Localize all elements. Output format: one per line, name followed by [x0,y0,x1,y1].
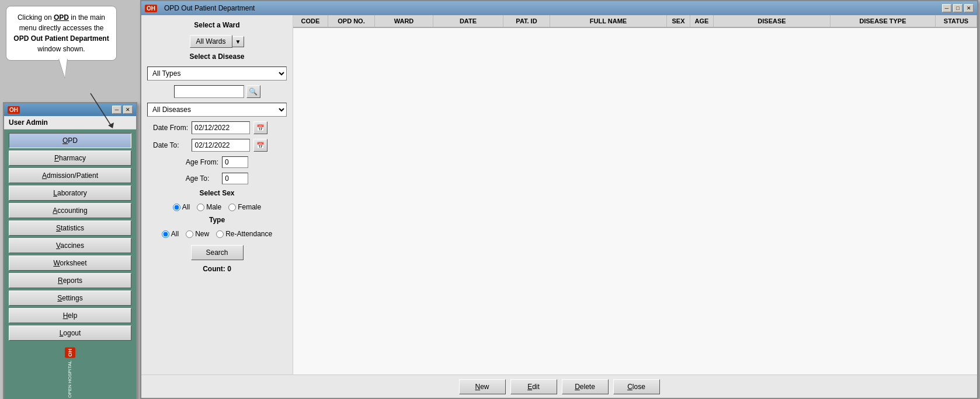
age-to-label: Age To: [186,174,209,183]
opd-oh-logo: OH [145,5,157,12]
all-diseases-select[interactable]: All Diseases [147,103,287,117]
search-button[interactable]: Search [191,245,244,260]
col-sex: SEX [667,15,690,27]
svg-marker-1 [108,123,114,128]
ward-dropdown-btn[interactable]: All Wards [190,35,232,48]
sex-all-radio[interactable] [173,204,180,211]
menu-buttons-container: OPD Pharmacy Admission/Patient Laborator… [4,130,136,344]
menu-btn-help[interactable]: Help [9,308,131,323]
date-to-input[interactable] [192,139,250,152]
delete-button[interactable]: Delete [562,379,609,394]
select-sex-label: Select Sex [147,189,287,197]
date-to-row: Date To: 📅 [147,139,287,152]
menu-btn-worksheet[interactable]: Worksheet [9,256,131,271]
disease-search-input[interactable] [174,85,244,98]
col-ward: WARD [375,15,433,27]
type-new-option[interactable]: New [186,230,209,238]
table-body [293,28,977,374]
svg-line-0 [91,93,111,125]
type-reattendance-radio[interactable] [216,230,224,238]
select-disease-label: Select a Disease [147,52,287,61]
disease-search-icon-btn[interactable]: 🔍 [246,85,260,98]
new-button[interactable]: New [459,379,506,394]
menu-btn-logout[interactable]: Logout [9,326,131,341]
opd-minimize-btn[interactable]: ─ [942,4,951,12]
type-all-option[interactable]: All [162,230,179,238]
type-label: Type [147,216,287,224]
table-header: CODE OPD NO. WARD DATE PAT. ID FULL NAME… [293,15,977,28]
sex-radio-group: All Male Female [147,203,287,211]
data-panel: CODE OPD NO. WARD DATE PAT. ID FULL NAME… [293,15,977,374]
close-button[interactable]: Close [613,379,660,394]
opd-body: Select a Ward All Wards ▼ Select a Disea… [141,15,977,374]
tooltip-arrow [55,90,126,131]
col-pat-id: PAT. ID [503,15,550,27]
sex-male-radio[interactable] [197,204,204,211]
opd-titlebar: OH OPD Out Patient Department ─ □ ✕ [141,1,977,15]
ward-dropdown-row: All Wards ▼ [147,35,287,48]
count-label: Count: 0 [147,265,287,273]
menu-btn-admission[interactable]: Admission/Patient [9,168,131,183]
bottom-bar: New Edit Delete Close [141,374,977,398]
date-from-row: Date From: 📅 [147,121,287,134]
date-from-input[interactable] [192,121,250,134]
date-to-calendar-btn[interactable]: 📅 [253,139,267,152]
col-date: DATE [433,15,503,27]
date-from-label: Date From: [153,124,188,132]
date-to-label: Date To: [153,141,179,149]
type-reattendance-option[interactable]: Re-Attendance [216,230,272,238]
opd-close-btn[interactable]: ✕ [964,4,974,12]
menu-btn-accounting[interactable]: Accounting [9,203,131,218]
col-code: CODE [293,15,328,27]
menu-btn-reports[interactable]: Reports [9,273,131,288]
menu-btn-opd[interactable]: OPD [9,133,131,148]
col-full-name: FULL NAME [550,15,667,27]
oh-sidebar-brand: OH [65,348,75,358]
opd-window-title: OPD Out Patient Department [164,4,255,12]
tooltip-text: Clicking on OPD in the main menu directl… [13,13,109,53]
menu-btn-laboratory[interactable]: Laboratory [9,186,131,201]
sex-female-radio[interactable] [228,204,236,211]
disease-search-row: 🔍 [147,85,287,98]
col-disease: DISEASE [714,15,830,27]
col-disease-type: DISEASE TYPE [830,15,936,27]
disease-type-select[interactable]: All Types [147,66,287,80]
select-ward-label: Select a Ward [147,21,287,29]
main-menu-window: OH ─ ✕ User Admin OPD Pharmacy Admission… [3,102,137,399]
sex-all-option[interactable]: All [173,203,190,211]
date-from-calendar-btn[interactable]: 📅 [253,121,267,134]
sex-female-option[interactable]: Female [228,203,261,211]
col-opd-no: OPD NO. [328,15,375,27]
type-all-radio[interactable] [162,230,169,238]
oh-logo-titlebar: OH [8,106,20,114]
menu-btn-pharmacy[interactable]: Pharmacy [9,150,131,166]
sidebar-text: OPEN HOSPITAL [67,360,73,398]
col-status: STATUS [936,15,977,27]
screen: Clicking on OPD in the main menu directl… [0,0,980,399]
age-to-row: Age To: [147,173,287,184]
ward-dropdown-arrow[interactable]: ▼ [232,36,245,47]
opd-window: OH OPD Out Patient Department ─ □ ✕ Sele… [140,0,978,399]
opd-restore-btn[interactable]: □ [953,4,962,12]
age-from-row: Age From: [147,156,287,168]
filter-panel: Select a Ward All Wards ▼ Select a Disea… [141,15,293,374]
age-from-input[interactable] [222,156,248,168]
tooltip-bubble: Clicking on OPD in the main menu directl… [6,6,117,61]
age-to-input[interactable] [222,173,248,184]
age-from-label: Age From: [186,158,218,166]
type-new-radio[interactable] [186,230,193,238]
edit-button[interactable]: Edit [510,379,557,394]
type-radio-group: All New Re-Attendance [147,230,287,238]
sex-male-option[interactable]: Male [197,203,221,211]
menu-btn-settings[interactable]: Settings [9,290,131,306]
menu-btn-vaccines[interactable]: Vaccines [9,238,131,253]
menu-btn-statistics[interactable]: Statistics [9,220,131,236]
col-age: AGE [690,15,714,27]
